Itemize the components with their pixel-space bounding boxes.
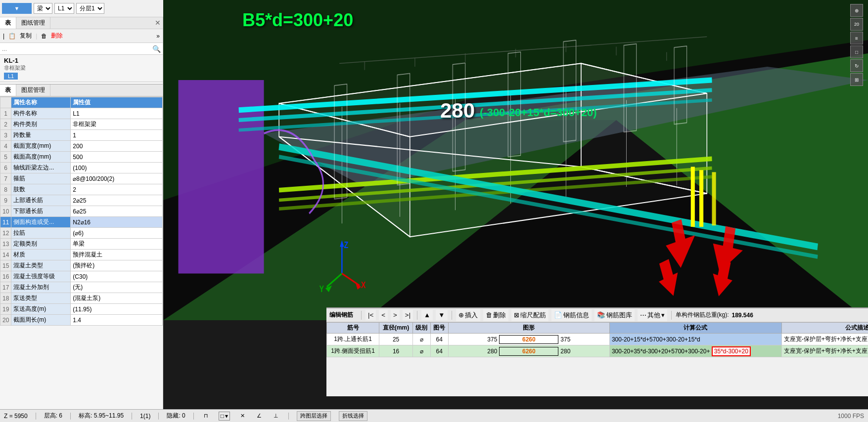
other-btn[interactable]: ⋯ 其他 ▾ — [638, 309, 667, 321]
prop-row[interactable]: 16 混凝土强度等级 (C30) — [0, 271, 163, 282]
vp-tool-box[interactable]: □ — [850, 45, 863, 58]
prop-row-val: 2 — [71, 184, 163, 195]
layer-dropdown[interactable]: 分层1 — [76, 3, 104, 14]
rebar-row-1[interactable]: 1跨.上通长筋1 25 ⌀ 64 375 6260 375 — [327, 334, 868, 345]
prop-row[interactable]: 2 构件类别 非框架梁 — [0, 119, 163, 130]
prop-row-name: 泵送高度(m) — [11, 304, 71, 315]
rebar-row-2[interactable]: 1跨.侧面受扭筋1 16 ⌀ 64 280 6260 280 — [327, 345, 868, 357]
prop-row-num: 8 — [0, 184, 11, 195]
polyline-select-btn[interactable]: 折线选择 — [339, 411, 367, 421]
delete-btn[interactable]: 删除 — [51, 32, 63, 40]
status-sep2 — [70, 413, 71, 420]
tab-table[interactable]: 表 — [0, 17, 16, 29]
up-btn[interactable]: ▲ — [421, 310, 433, 320]
prop-row[interactable]: 6 轴线距梁左边... (100) — [0, 163, 163, 173]
ruler-icon[interactable]: ⊥ — [272, 412, 280, 421]
delete-rebar-btn[interactable]: 🗑 删除 — [483, 309, 508, 321]
scene-bg: Z Y X B5*d=300+20 280 (-300-20+15*d=300+… — [163, 0, 868, 320]
prop-row[interactable]: 10 下部通长筋 6⌀25 — [0, 206, 163, 217]
vp-tool-layers[interactable]: ≡ — [850, 32, 863, 44]
tab-table2[interactable]: 表 — [0, 84, 16, 96]
prev-btn[interactable]: < — [379, 310, 388, 320]
prop-row[interactable]: 5 截面高度(mm) 500 — [0, 152, 163, 163]
rebar-info-btn[interactable]: 📄 钢筋信息 — [551, 309, 592, 321]
prop-row[interactable]: 15 混凝土类型 (预拌砼) — [0, 260, 163, 271]
last-btn[interactable]: >| — [403, 310, 413, 320]
r2-figure: 280 6260 280 — [448, 345, 609, 357]
prop-row-name: 轴线距梁左边... — [11, 163, 71, 173]
insert-btn[interactable]: ⊕ 插入 — [456, 309, 480, 321]
vp-tool-cursor[interactable]: ⊕ — [850, 4, 863, 17]
more-icon[interactable]: » — [156, 33, 160, 40]
prop-row[interactable]: 8 肢数 2 — [0, 184, 163, 195]
level-dropdown[interactable]: L1 — [54, 3, 74, 14]
vp-tool-rotate[interactable]: ↻ — [850, 59, 863, 72]
prop-row-num: 11 — [0, 217, 11, 228]
prop-row-val: 非框架梁 — [71, 119, 163, 130]
th-bar-num: 筋号 — [327, 323, 379, 334]
status-hidden: 隐藏: 0 — [167, 412, 185, 420]
prop-row[interactable]: 14 材质 预拌混凝土 — [0, 250, 163, 260]
prop-row[interactable]: 7 箍筋 ⌀8@100/200(2) — [0, 173, 163, 184]
prop-row-name: 混凝土强度等级 — [11, 271, 71, 282]
search-icon[interactable]: 🔍 — [152, 45, 161, 53]
rebar-table: 筋号 直径(mm) 级别 图号 图形 计算公式 公式描述 长度 根数 1跨.上通… — [326, 322, 868, 357]
prop-row-num: 18 — [0, 293, 11, 304]
prop-row[interactable]: 18 泵送类型 (混凝土泵) — [0, 293, 163, 304]
prop-row-val: (100) — [71, 163, 163, 173]
th-figure-num: 图号 — [430, 323, 448, 334]
cross-icon[interactable]: ✕ — [238, 412, 247, 421]
prop-row-name: 截面周长(m) — [11, 315, 71, 326]
category-dropdown[interactable]: 梁 — [34, 3, 52, 14]
prop-row[interactable]: 9 上部通长筋 2⌀25 — [0, 195, 163, 206]
prop-row-name: 构件类别 — [11, 119, 71, 130]
other-icon: ⋯ — [640, 311, 646, 319]
rebar-lib-btn[interactable]: 📚 钢筋图库 — [594, 309, 635, 321]
prop-row-num: 9 — [0, 195, 11, 206]
prop-row-num: 17 — [0, 282, 11, 293]
angle-icon[interactable]: ∠ — [255, 412, 264, 421]
prop-row[interactable]: 3 跨数量 1 — [0, 130, 163, 141]
prop-row[interactable]: 12 拉筋 (⌀6) — [0, 228, 163, 239]
vp-tool-grid[interactable]: ⊞ — [850, 73, 863, 86]
prop-row-val[interactable]: N2⌀16 — [71, 217, 163, 228]
r1-formula: 300-20+15*d+5700+300-20+15*d — [609, 334, 781, 345]
cross-layer-select-btn[interactable]: 跨图层选择 — [297, 411, 331, 421]
select-dropdown-arrow: ▾ — [225, 413, 228, 420]
col-header-num — [0, 97, 11, 108]
tab-drawing-mgmt[interactable]: 图纸管理 — [16, 17, 50, 29]
status-fps: 1000 FPS — [838, 413, 864, 420]
prop-row[interactable]: 17 混凝土外加剂 (无) — [0, 282, 163, 293]
prop-row[interactable]: 11 侧面构造或受... N2⌀16 — [0, 217, 163, 228]
r2-formula: 300-20+35*d-300+20+5700+300-20+ 35*d-300… — [609, 345, 781, 357]
copy-btn[interactable]: 复制 — [20, 32, 32, 40]
prop-row-num: 7 — [0, 173, 11, 184]
vp-tool-20[interactable]: 20 — [850, 18, 863, 31]
next-btn[interactable]: > — [391, 310, 400, 320]
prop-row[interactable]: 4 截面宽度(mm) 200 — [0, 141, 163, 152]
scale-btn[interactable]: ⊠ 缩尺配筋 — [511, 309, 548, 321]
down-btn[interactable]: ▼ — [436, 310, 447, 320]
toolbar-separator: | — [3, 33, 4, 40]
rect-select-icon[interactable]: ⊓ — [202, 412, 211, 421]
prop-row-num: 5 — [0, 152, 11, 163]
prop-row[interactable]: 1 构件名称 L1 — [0, 108, 163, 119]
th-description: 公式描述 — [781, 323, 868, 334]
total-weight-value: 189.546 — [732, 312, 753, 319]
svg-rect-43 — [699, 170, 703, 227]
panel-close-btn[interactable]: ✕ — [155, 19, 161, 27]
app-icon: ▼ — [2, 3, 32, 14]
sep3 — [452, 311, 452, 320]
tab-layer-mgmt[interactable]: 图层管理 — [16, 84, 50, 96]
prop-row[interactable]: 13 定额类别 单梁 — [0, 239, 163, 250]
search-input[interactable] — [2, 45, 152, 52]
prop-row-name: 截面高度(mm) — [11, 152, 71, 163]
select-dropdown[interactable]: □ ▾ — [219, 412, 230, 421]
prop-row-name: 构件名称 — [11, 108, 71, 119]
prop-row[interactable]: 20 截面周长(m) 1.4 — [0, 315, 163, 326]
prop-row[interactable]: 19 泵送高度(m) (11.95) — [0, 304, 163, 315]
prop-row-name: 拉筋 — [11, 228, 71, 239]
svg-rect-44 — [712, 172, 716, 225]
first-btn[interactable]: |< — [365, 310, 376, 320]
r1-grade: ⌀ — [412, 334, 430, 345]
